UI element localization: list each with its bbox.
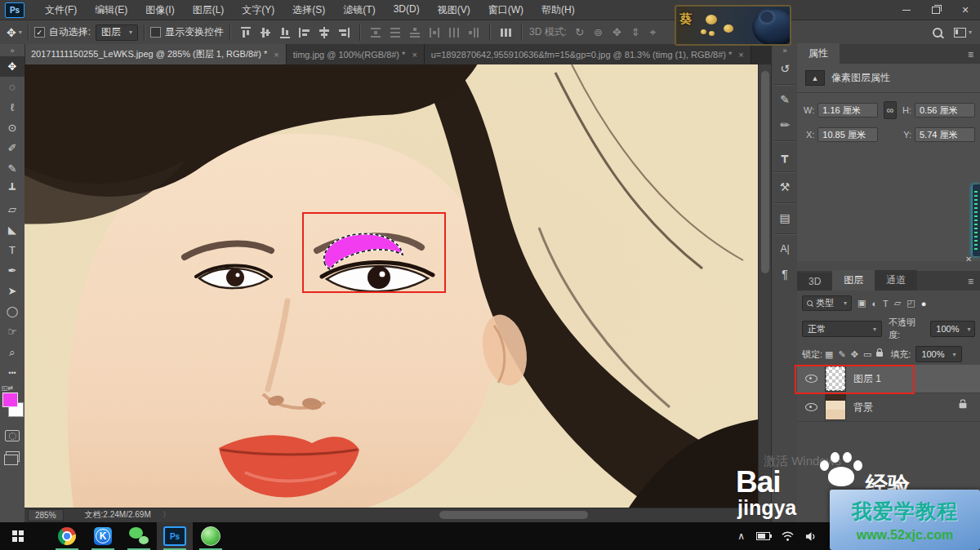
menu-item-edit[interactable]: 编辑(E)	[86, 0, 136, 20]
tab-close-icon[interactable]: ×	[274, 50, 278, 60]
tab-layers[interactable]: 图层	[832, 270, 875, 291]
blend-mode-dropdown[interactable]: 正常 ▾	[802, 321, 882, 337]
distribute-spacing-icon[interactable]	[500, 27, 511, 38]
marquee-tool[interactable]: ◌	[0, 77, 24, 97]
filter-shape-icon[interactable]: ▱	[894, 298, 901, 308]
document-tab[interactable]: timg.jpg @ 100%(RGB/8#) * ×	[287, 44, 425, 64]
distribute-left-icon[interactable]	[429, 27, 440, 38]
auto-select-checkbox[interactable]: ✓	[34, 27, 45, 38]
show-transform-checkbox[interactable]	[150, 27, 161, 38]
tab-properties[interactable]: 属性	[797, 43, 840, 64]
lasso-tool[interactable]: ℓ	[0, 97, 24, 118]
x-field[interactable]: 10.85 厘米	[817, 127, 878, 142]
menu-item-image[interactable]: 图像(I)	[136, 0, 183, 20]
align-top-icon[interactable]	[240, 27, 252, 38]
layer-row-background[interactable]: 背景	[797, 393, 980, 422]
start-button[interactable]	[0, 522, 36, 550]
restore-button[interactable]	[921, 0, 951, 20]
height-field[interactable]: 0.56 厘米	[915, 103, 975, 118]
eraser-tool[interactable]: ▱	[0, 199, 24, 220]
paragraph-panel-icon[interactable]: ¶	[772, 262, 798, 287]
workspace-chevron-icon[interactable]: ▾	[969, 29, 972, 36]
taskbar-photoshop[interactable]: Ps	[157, 522, 193, 550]
distribute-top-icon[interactable]	[370, 27, 381, 38]
tray-chevron-icon[interactable]: ∧	[737, 530, 745, 542]
brush-tool[interactable]: ✎	[0, 158, 24, 179]
clone-stamp-tool[interactable]: ┻	[0, 179, 24, 199]
quick-selection-tool[interactable]: ⊙	[0, 118, 24, 138]
align-right-icon[interactable]	[338, 27, 350, 38]
move-tool[interactable]: ✥	[0, 56, 24, 77]
gradient-tool[interactable]: ◣	[0, 220, 24, 240]
layer-name[interactable]: 背景	[853, 401, 873, 415]
brush-settings-panel-icon[interactable]: ✎	[772, 87, 798, 113]
battery-icon[interactable]	[756, 532, 770, 540]
default-colors-icon[interactable]: ◱⇄	[2, 384, 13, 392]
minimize-button[interactable]	[892, 0, 921, 20]
hand-tool[interactable]: ☞	[0, 322, 24, 342]
3d-scale-icon[interactable]: ⌖	[650, 26, 656, 39]
tab-close-icon[interactable]: ×	[412, 50, 416, 60]
align-bottom-icon[interactable]	[279, 27, 291, 38]
lock-transparency-icon[interactable]: ▦	[825, 349, 833, 360]
menu-item-type[interactable]: 文字(Y)	[233, 0, 283, 20]
menu-item-3d[interactable]: 3D(D)	[385, 0, 429, 20]
taskbar-chrome[interactable]	[49, 522, 85, 550]
lock-position-icon[interactable]: ✥	[851, 349, 858, 360]
foreground-color-swatch[interactable]	[2, 393, 18, 407]
wifi-icon[interactable]	[782, 531, 794, 542]
search-icon[interactable]	[933, 28, 942, 38]
lock-all-icon[interactable]	[876, 352, 883, 357]
menu-item-file[interactable]: 文件(F)	[36, 0, 86, 20]
game-ad-banner[interactable]: 葵	[675, 5, 791, 46]
eyedropper-tool[interactable]: ✐	[0, 138, 24, 158]
tool-preset-chevron-icon[interactable]: ▾	[19, 29, 22, 36]
filter-toggle-icon[interactable]: ●	[921, 299, 927, 308]
auto-select-dropdown[interactable]: 图层 ▾	[96, 24, 138, 41]
filter-smart-object-icon[interactable]: ◰	[906, 298, 915, 308]
tab-close-icon[interactable]: ×	[738, 50, 743, 60]
distribute-bottom-icon[interactable]	[409, 27, 421, 38]
align-hcenter-icon[interactable]	[318, 27, 330, 38]
path-selection-tool[interactable]: ➤	[0, 281, 24, 301]
pen-tool[interactable]: ✒	[0, 260, 24, 281]
docked-edge-widget[interactable]	[973, 184, 980, 256]
tab-channels[interactable]: 通道	[875, 270, 917, 291]
edge-widget-close-icon[interactable]: ✕	[965, 255, 972, 264]
brush-presets-panel-icon[interactable]: ✏	[772, 113, 798, 138]
y-field[interactable]: 5.74 厘米	[915, 127, 975, 142]
type-tool[interactable]: T	[0, 240, 24, 260]
document-tab[interactable]: 20171111150255_LeWKS.jpeg @ 285% (图层 1, …	[24, 44, 287, 64]
width-field[interactable]: 1.16 厘米	[817, 103, 878, 118]
filter-pixel-icon[interactable]: ▣	[858, 298, 866, 308]
panel-menu-icon[interactable]: ≡	[968, 49, 973, 60]
3d-orbit-icon[interactable]: ↻	[575, 26, 584, 38]
dock-collapse-icon[interactable]: »	[782, 47, 786, 55]
align-vcenter-icon[interactable]	[260, 27, 271, 38]
menu-item-filter[interactable]: 滤镜(T)	[334, 0, 384, 20]
taskbar-k-app[interactable]: K	[85, 522, 121, 550]
tool-presets-panel-icon[interactable]: ⚒	[772, 175, 798, 200]
shape-tool[interactable]: ◯	[0, 301, 24, 322]
character-panel-icon[interactable]: A|	[772, 237, 798, 262]
quick-mask-button[interactable]	[5, 430, 20, 441]
layers-menu-icon[interactable]: ≡	[968, 276, 973, 287]
visibility-eye-icon[interactable]	[805, 403, 817, 411]
3d-pan-icon[interactable]: ✥	[612, 26, 621, 38]
clone-source-panel-icon[interactable]: ┳	[772, 144, 798, 169]
workspace-switcher-icon[interactable]	[954, 28, 966, 38]
opacity-dropdown[interactable]: 100% ▾	[930, 321, 975, 337]
history-panel-icon[interactable]: ↺	[772, 56, 798, 82]
document-tab[interactable]: u=1892870642,955910636&fm=15&gp=0.jpg @ …	[425, 44, 751, 64]
menu-item-layer[interactable]: 图层(L)	[184, 0, 234, 20]
distribute-vcenter-icon[interactable]	[390, 27, 401, 38]
edit-toolbar-icon[interactable]: •••	[0, 362, 24, 383]
horizontal-scrollbar[interactable]	[439, 511, 588, 519]
ps-logo-icon[interactable]: Ps	[5, 2, 24, 18]
layer-row-layer1[interactable]: 图层 1	[797, 365, 980, 393]
status-arrow-icon[interactable]: 〉	[163, 509, 171, 521]
menu-item-select[interactable]: 选择(S)	[283, 0, 334, 20]
lock-pixels-icon[interactable]: ✎	[838, 349, 845, 360]
move-tool-icon[interactable]: ✥	[7, 26, 16, 39]
3d-roll-icon[interactable]: ⊚	[594, 26, 603, 38]
